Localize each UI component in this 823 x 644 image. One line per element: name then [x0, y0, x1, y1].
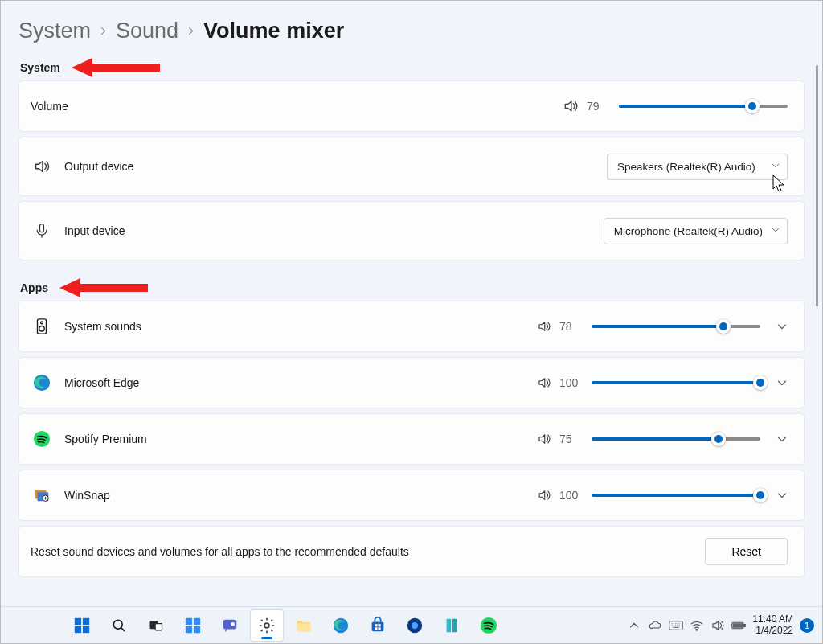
svg-rect-18 — [186, 617, 192, 624]
app-volume-slider[interactable] — [592, 318, 760, 334]
breadcrumb-system[interactable]: System — [18, 18, 91, 43]
speaker-icon[interactable] — [537, 375, 551, 390]
svg-rect-29 — [378, 624, 380, 626]
volume-value: 79 — [587, 100, 611, 113]
svg-rect-21 — [194, 626, 200, 632]
breadcrumb: System Sound Volume mixer — [18, 15, 805, 61]
output-device-label: Output device — [64, 160, 596, 173]
volume-label: Volume — [31, 100, 551, 113]
svg-point-23 — [231, 621, 235, 626]
input-device-select[interactable]: Microphone (Realtek(R) Audio) — [604, 218, 788, 244]
app-volume-card: Microsoft Edge 100 — [18, 357, 805, 408]
svg-point-33 — [412, 621, 418, 628]
app-icon — [31, 315, 53, 338]
svg-rect-1 — [40, 224, 44, 232]
annotation-arrow-icon — [59, 277, 148, 299]
taskbar-edge-icon[interactable] — [324, 609, 358, 642]
app-volume-value: 100 — [559, 489, 583, 502]
svg-point-5 — [39, 326, 44, 331]
svg-rect-27 — [372, 621, 384, 631]
svg-rect-19 — [194, 617, 200, 624]
microphone-icon — [31, 219, 53, 242]
expand-chevron-icon[interactable] — [776, 433, 788, 445]
input-device-label: Input device — [64, 224, 592, 237]
app-icon — [31, 371, 53, 394]
app-name-label: Spotify Premium — [64, 433, 526, 445]
app-volume-card: WinSnap 100 — [18, 470, 805, 521]
svg-point-24 — [264, 623, 269, 628]
volume-slider[interactable] — [619, 98, 788, 114]
reset-button[interactable]: Reset — [705, 538, 788, 565]
svg-rect-12 — [83, 617, 89, 624]
app-volume-card: System sounds 78 — [18, 301, 805, 352]
app-icon — [31, 484, 53, 507]
svg-rect-31 — [378, 627, 380, 630]
svg-rect-17 — [155, 623, 162, 630]
scrollbar[interactable] — [814, 65, 821, 606]
taskbar-taskview-icon[interactable] — [139, 609, 173, 642]
svg-rect-11 — [75, 617, 81, 624]
svg-rect-35 — [452, 618, 457, 632]
breadcrumb-current: Volume mixer — [203, 18, 344, 43]
taskbar-spotify-icon[interactable] — [472, 609, 506, 642]
taskbar-chat-icon[interactable] — [213, 609, 247, 642]
speaker-icon[interactable] — [563, 98, 579, 114]
svg-rect-34 — [447, 618, 452, 632]
svg-rect-13 — [75, 626, 81, 632]
taskbar-widgets-icon[interactable] — [176, 609, 210, 642]
app-volume-slider[interactable] — [592, 431, 760, 447]
svg-rect-30 — [375, 627, 377, 630]
svg-rect-14 — [83, 626, 89, 632]
svg-rect-25 — [297, 623, 311, 631]
taskbar-store-icon[interactable] — [361, 609, 395, 642]
output-device-card: Output device Speakers (Realtek(R) Audio… — [18, 137, 805, 196]
reset-card: Reset sound devices and volumes for all … — [18, 526, 805, 577]
expand-chevron-icon[interactable] — [776, 321, 788, 332]
taskbar-app-2-icon[interactable] — [435, 609, 469, 642]
svg-point-4 — [41, 322, 43, 324]
output-device-select[interactable]: Speakers (Realtek(R) Audio) — [607, 154, 788, 180]
input-device-card: Input device Microphone (Realtek(R) Audi… — [18, 201, 805, 260]
speaker-icon[interactable] — [537, 488, 551, 502]
chevron-down-icon — [771, 161, 780, 173]
speaker-icon[interactable] — [537, 319, 551, 334]
taskbar-app-1-icon[interactable] — [398, 609, 432, 642]
chevron-right-icon — [99, 24, 108, 39]
taskbar: 11:40 AM 1/4/2022 1 — [1, 606, 822, 643]
taskbar-explorer-icon[interactable] — [287, 609, 321, 642]
system-volume-card: Volume 79 — [18, 80, 805, 132]
app-volume-card: Spotify Premium 75 — [18, 413, 805, 465]
svg-marker-2 — [59, 278, 148, 297]
svg-marker-0 — [72, 58, 160, 77]
taskbar-settings-icon[interactable] — [250, 609, 284, 642]
chevron-right-icon — [186, 24, 195, 39]
svg-rect-28 — [375, 624, 377, 626]
app-volume-slider[interactable] — [592, 487, 760, 503]
section-label-apps: Apps — [20, 281, 48, 294]
app-volume-value: 100 — [559, 376, 583, 389]
app-volume-value: 75 — [559, 433, 583, 445]
app-name-label: Microsoft Edge — [64, 376, 526, 389]
chevron-down-icon — [771, 225, 780, 237]
reset-text: Reset sound devices and volumes for all … — [31, 545, 694, 558]
expand-chevron-icon[interactable] — [776, 490, 788, 501]
app-name-label: System sounds — [64, 320, 526, 333]
app-icon — [31, 428, 53, 450]
app-volume-slider[interactable] — [592, 375, 760, 391]
expand-chevron-icon[interactable] — [776, 377, 788, 388]
speaker-outline-icon — [31, 155, 53, 178]
taskbar-start-button[interactable] — [65, 609, 99, 642]
speaker-icon[interactable] — [537, 432, 551, 446]
section-label-system: System — [20, 61, 60, 74]
app-name-label: WinSnap — [64, 489, 526, 502]
taskbar-search-icon[interactable] — [102, 609, 136, 642]
breadcrumb-sound[interactable]: Sound — [116, 18, 178, 43]
app-volume-value: 78 — [559, 320, 583, 333]
svg-rect-20 — [186, 626, 192, 632]
